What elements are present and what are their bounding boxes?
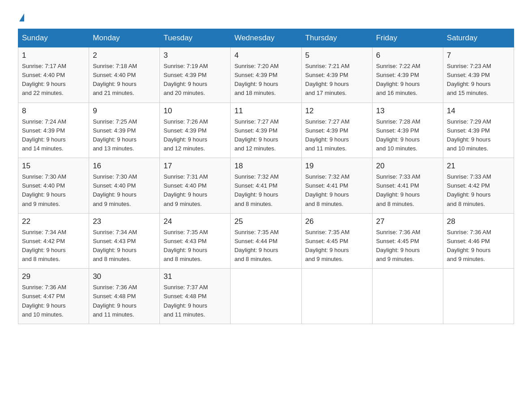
week-row-5: 29Sunrise: 7:36 AMSunset: 4:47 PMDayligh… — [18, 269, 514, 324]
day-info: Sunrise: 7:17 AMSunset: 4:40 PMDaylight:… — [22, 62, 85, 98]
day-number: 9 — [93, 107, 156, 116]
day-cell: 6Sunrise: 7:22 AMSunset: 4:39 PMDaylight… — [372, 47, 443, 103]
header-cell-friday: Friday — [372, 29, 443, 47]
day-info: Sunrise: 7:24 AMSunset: 4:39 PMDaylight:… — [22, 117, 85, 154]
day-info: Sunrise: 7:20 AMSunset: 4:39 PMDaylight:… — [234, 62, 297, 98]
day-cell: 12Sunrise: 7:27 AMSunset: 4:39 PMDayligh… — [301, 103, 372, 158]
day-cell: 5Sunrise: 7:21 AMSunset: 4:39 PMDaylight… — [301, 47, 372, 103]
header-cell-saturday: Saturday — [443, 29, 514, 47]
day-cell: 20Sunrise: 7:33 AMSunset: 4:41 PMDayligh… — [372, 158, 443, 214]
day-info: Sunrise: 7:37 AMSunset: 4:48 PMDaylight:… — [163, 283, 227, 319]
day-info: Sunrise: 7:23 AMSunset: 4:39 PMDaylight:… — [447, 62, 510, 98]
day-cell: 14Sunrise: 7:29 AMSunset: 4:39 PMDayligh… — [443, 103, 514, 158]
day-number: 4 — [234, 51, 297, 60]
day-cell: 11Sunrise: 7:27 AMSunset: 4:39 PMDayligh… — [231, 103, 301, 158]
day-cell: 3Sunrise: 7:19 AMSunset: 4:39 PMDaylight… — [160, 47, 231, 103]
day-cell: 10Sunrise: 7:26 AMSunset: 4:39 PMDayligh… — [160, 103, 231, 158]
day-cell — [301, 269, 372, 324]
day-number: 20 — [376, 162, 439, 171]
day-cell: 31Sunrise: 7:37 AMSunset: 4:48 PMDayligh… — [160, 269, 231, 324]
day-number: 2 — [93, 51, 156, 60]
day-info: Sunrise: 7:36 AMSunset: 4:47 PMDaylight:… — [22, 283, 85, 319]
day-cell: 22Sunrise: 7:34 AMSunset: 4:42 PMDayligh… — [18, 213, 89, 269]
day-number: 14 — [447, 107, 510, 116]
day-cell: 18Sunrise: 7:32 AMSunset: 4:41 PMDayligh… — [231, 158, 301, 214]
day-cell: 26Sunrise: 7:35 AMSunset: 4:45 PMDayligh… — [301, 213, 372, 269]
day-number: 29 — [22, 272, 85, 281]
day-info: Sunrise: 7:18 AMSunset: 4:40 PMDaylight:… — [93, 62, 156, 98]
day-info: Sunrise: 7:19 AMSunset: 4:39 PMDaylight:… — [163, 62, 227, 98]
header-row: SundayMondayTuesdayWednesdayThursdayFrid… — [18, 29, 514, 47]
day-number: 5 — [305, 51, 369, 60]
logo-triangle-icon — [19, 13, 24, 21]
day-cell: 23Sunrise: 7:34 AMSunset: 4:43 PMDayligh… — [89, 213, 160, 269]
day-info: Sunrise: 7:35 AMSunset: 4:45 PMDaylight:… — [305, 228, 369, 264]
day-number: 21 — [447, 162, 510, 171]
day-cell — [443, 269, 514, 324]
day-number: 3 — [163, 51, 227, 60]
day-number: 12 — [305, 107, 369, 116]
page-header — [18, 13, 514, 20]
week-row-2: 8Sunrise: 7:24 AMSunset: 4:39 PMDaylight… — [18, 103, 514, 158]
day-number: 11 — [234, 107, 297, 116]
day-number: 25 — [234, 217, 297, 226]
day-cell: 13Sunrise: 7:28 AMSunset: 4:39 PMDayligh… — [372, 103, 443, 158]
day-cell: 24Sunrise: 7:35 AMSunset: 4:43 PMDayligh… — [160, 213, 231, 269]
day-cell: 27Sunrise: 7:36 AMSunset: 4:45 PMDayligh… — [372, 213, 443, 269]
day-info: Sunrise: 7:31 AMSunset: 4:40 PMDaylight:… — [163, 172, 227, 209]
day-number: 1 — [22, 51, 85, 60]
day-info: Sunrise: 7:32 AMSunset: 4:41 PMDaylight:… — [234, 172, 297, 209]
calendar-body: 1Sunrise: 7:17 AMSunset: 4:40 PMDaylight… — [18, 47, 514, 324]
day-number: 8 — [22, 107, 85, 116]
calendar-header: SundayMondayTuesdayWednesdayThursdayFrid… — [18, 29, 514, 47]
day-info: Sunrise: 7:30 AMSunset: 4:40 PMDaylight:… — [93, 172, 156, 209]
day-info: Sunrise: 7:30 AMSunset: 4:40 PMDaylight:… — [22, 172, 85, 209]
day-info: Sunrise: 7:34 AMSunset: 4:43 PMDaylight:… — [93, 228, 156, 264]
day-number: 7 — [447, 51, 510, 60]
logo — [18, 13, 24, 20]
day-info: Sunrise: 7:32 AMSunset: 4:41 PMDaylight:… — [305, 172, 369, 209]
day-cell: 29Sunrise: 7:36 AMSunset: 4:47 PMDayligh… — [18, 269, 89, 324]
day-info: Sunrise: 7:22 AMSunset: 4:39 PMDaylight:… — [376, 62, 439, 98]
day-number: 18 — [234, 162, 297, 171]
day-number: 19 — [305, 162, 369, 171]
day-info: Sunrise: 7:36 AMSunset: 4:46 PMDaylight:… — [447, 228, 510, 264]
day-cell: 2Sunrise: 7:18 AMSunset: 4:40 PMDaylight… — [89, 47, 160, 103]
day-info: Sunrise: 7:33 AMSunset: 4:41 PMDaylight:… — [376, 172, 439, 209]
day-cell: 9Sunrise: 7:25 AMSunset: 4:39 PMDaylight… — [89, 103, 160, 158]
day-number: 27 — [376, 217, 439, 226]
day-number: 28 — [447, 217, 510, 226]
day-info: Sunrise: 7:26 AMSunset: 4:39 PMDaylight:… — [163, 117, 227, 154]
day-info: Sunrise: 7:33 AMSunset: 4:42 PMDaylight:… — [447, 172, 510, 209]
day-number: 16 — [93, 162, 156, 171]
day-info: Sunrise: 7:36 AMSunset: 4:48 PMDaylight:… — [93, 283, 156, 319]
day-cell: 8Sunrise: 7:24 AMSunset: 4:39 PMDaylight… — [18, 103, 89, 158]
day-info: Sunrise: 7:21 AMSunset: 4:39 PMDaylight:… — [305, 62, 369, 98]
day-number: 17 — [163, 162, 227, 171]
day-info: Sunrise: 7:36 AMSunset: 4:45 PMDaylight:… — [376, 228, 439, 264]
day-cell: 15Sunrise: 7:30 AMSunset: 4:40 PMDayligh… — [18, 158, 89, 214]
day-cell: 21Sunrise: 7:33 AMSunset: 4:42 PMDayligh… — [443, 158, 514, 214]
day-cell: 30Sunrise: 7:36 AMSunset: 4:48 PMDayligh… — [89, 269, 160, 324]
day-cell: 1Sunrise: 7:17 AMSunset: 4:40 PMDaylight… — [18, 47, 89, 103]
day-info: Sunrise: 7:28 AMSunset: 4:39 PMDaylight:… — [376, 117, 439, 154]
header-cell-monday: Monday — [89, 29, 160, 47]
header-cell-sunday: Sunday — [18, 29, 89, 47]
day-info: Sunrise: 7:29 AMSunset: 4:39 PMDaylight:… — [447, 117, 510, 154]
day-cell: 16Sunrise: 7:30 AMSunset: 4:40 PMDayligh… — [89, 158, 160, 214]
day-cell: 17Sunrise: 7:31 AMSunset: 4:40 PMDayligh… — [160, 158, 231, 214]
header-cell-tuesday: Tuesday — [160, 29, 231, 47]
day-number: 13 — [376, 107, 439, 116]
day-cell: 25Sunrise: 7:35 AMSunset: 4:44 PMDayligh… — [231, 213, 301, 269]
day-info: Sunrise: 7:25 AMSunset: 4:39 PMDaylight:… — [93, 117, 156, 154]
day-number: 24 — [163, 217, 227, 226]
calendar-table: SundayMondayTuesdayWednesdayThursdayFrid… — [18, 29, 514, 324]
day-cell: 28Sunrise: 7:36 AMSunset: 4:46 PMDayligh… — [443, 213, 514, 269]
day-cell — [372, 269, 443, 324]
day-number: 30 — [93, 272, 156, 281]
week-row-3: 15Sunrise: 7:30 AMSunset: 4:40 PMDayligh… — [18, 158, 514, 214]
day-cell: 4Sunrise: 7:20 AMSunset: 4:39 PMDaylight… — [231, 47, 301, 103]
day-info: Sunrise: 7:35 AMSunset: 4:43 PMDaylight:… — [163, 228, 227, 264]
day-cell: 19Sunrise: 7:32 AMSunset: 4:41 PMDayligh… — [301, 158, 372, 214]
day-number: 15 — [22, 162, 85, 171]
